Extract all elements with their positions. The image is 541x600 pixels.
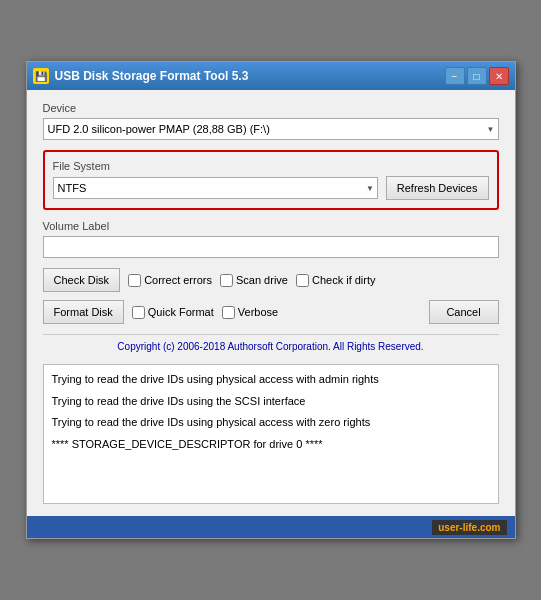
volume-label-section: Volume Label bbox=[43, 220, 499, 258]
log-section[interactable]: Trying to read the drive IDs using physi… bbox=[43, 364, 499, 504]
volume-input[interactable] bbox=[43, 236, 499, 258]
app-icon: 💾 bbox=[33, 68, 49, 84]
cancel-button[interactable]: Cancel bbox=[429, 300, 499, 324]
check-disk-row: Check Disk Correct errors Scan drive Che… bbox=[43, 268, 499, 292]
correct-errors-checkbox[interactable] bbox=[128, 274, 141, 287]
watermark-text: user-life.com bbox=[438, 522, 500, 533]
main-window: 💾 USB Disk Storage Format Tool 5.3 − □ ✕… bbox=[26, 61, 516, 539]
title-bar-buttons: − □ ✕ bbox=[445, 67, 509, 85]
title-bar: 💾 USB Disk Storage Format Tool 5.3 − □ ✕ bbox=[27, 62, 515, 90]
check-if-dirty-checkbox[interactable] bbox=[296, 274, 309, 287]
minimize-button[interactable]: − bbox=[445, 67, 465, 85]
maximize-button[interactable]: □ bbox=[467, 67, 487, 85]
filesystem-row: FAT32 NTFS exFAT Refresh Devices bbox=[53, 176, 489, 200]
log-entry-4: **** STORAGE_DEVICE_DESCRIPTOR for drive… bbox=[52, 436, 490, 454]
quick-format-checkbox[interactable] bbox=[132, 306, 145, 319]
close-button[interactable]: ✕ bbox=[489, 67, 509, 85]
format-disk-button[interactable]: Format Disk bbox=[43, 300, 124, 324]
check-disk-button[interactable]: Check Disk bbox=[43, 268, 121, 292]
filesystem-label: File System bbox=[53, 160, 489, 172]
log-entry-1: Trying to read the drive IDs using physi… bbox=[52, 371, 490, 389]
log-entry-2: Trying to read the drive IDs using the S… bbox=[52, 393, 490, 411]
device-label: Device bbox=[43, 102, 499, 114]
format-disk-row: Format Disk Quick Format Verbose Cancel bbox=[43, 300, 499, 324]
refresh-devices-button[interactable]: Refresh Devices bbox=[386, 176, 489, 200]
filesystem-section: File System FAT32 NTFS exFAT Refresh Dev… bbox=[43, 150, 499, 210]
device-select-wrapper: UFD 2.0 silicon-power PMAP (28,88 GB) (F… bbox=[43, 118, 499, 140]
check-if-dirty-label[interactable]: Check if dirty bbox=[296, 274, 376, 287]
filesystem-select[interactable]: FAT32 NTFS exFAT bbox=[53, 177, 378, 199]
scan-drive-checkbox[interactable] bbox=[220, 274, 233, 287]
main-content: Device UFD 2.0 silicon-power PMAP (28,88… bbox=[27, 90, 515, 516]
volume-label-text: Volume Label bbox=[43, 220, 499, 232]
bottom-bar: user-life.com bbox=[27, 516, 515, 538]
copyright-text: Copyright (c) 2006-2018 Authorsoft Corpo… bbox=[43, 334, 499, 358]
scan-drive-label[interactable]: Scan drive bbox=[220, 274, 288, 287]
device-section: Device UFD 2.0 silicon-power PMAP (28,88… bbox=[43, 102, 499, 140]
device-select[interactable]: UFD 2.0 silicon-power PMAP (28,88 GB) (F… bbox=[43, 118, 499, 140]
verbose-checkbox[interactable] bbox=[222, 306, 235, 319]
verbose-label[interactable]: Verbose bbox=[222, 306, 278, 319]
log-entry-3: Trying to read the drive IDs using physi… bbox=[52, 414, 490, 432]
filesystem-select-wrapper: FAT32 NTFS exFAT bbox=[53, 177, 378, 199]
correct-errors-label[interactable]: Correct errors bbox=[128, 274, 212, 287]
quick-format-label[interactable]: Quick Format bbox=[132, 306, 214, 319]
window-title: USB Disk Storage Format Tool 5.3 bbox=[55, 69, 445, 83]
watermark: user-life.com bbox=[432, 520, 506, 535]
